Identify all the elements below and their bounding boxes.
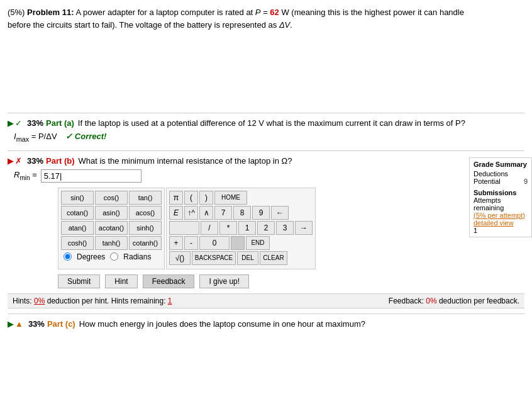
left-arrow-button[interactable]: ←	[271, 206, 289, 220]
minus-button[interactable]: -	[184, 236, 198, 250]
rmin-row: Rmin =	[14, 169, 524, 183]
radians-label: Radians	[123, 252, 151, 261]
part-a-label: Part (a)	[46, 118, 74, 128]
problem-label: Problem 11:	[27, 8, 74, 17]
part-b-label: Part (b)	[46, 156, 75, 166]
calc-row-degrees: Degrees Radians	[61, 251, 162, 261]
two-button[interactable]: 2	[257, 221, 275, 235]
correct-label: ✓ Correct!	[65, 132, 106, 141]
imax-eq: = P/ΔV	[31, 132, 57, 141]
grade-title: Grade Summary	[474, 161, 528, 168]
numpad-row-1: π ( ) HOME	[169, 191, 313, 205]
calculator-area: sin() cos() tan() cotan() asin() acos() …	[58, 188, 316, 269]
part-b-percent: 33%	[27, 156, 43, 166]
three-button[interactable]: 3	[276, 221, 294, 235]
radians-radio[interactable]	[110, 252, 118, 261]
action-buttons: Submit Hint Feedback I give up!	[58, 274, 524, 288]
part-c-question: How much energy in joules does the lapto…	[79, 319, 365, 329]
asin-button[interactable]: asin()	[95, 206, 128, 220]
detail-view-link[interactable]: detailed view	[474, 219, 514, 227]
one-button[interactable]: 1	[238, 221, 256, 235]
cotanh-button[interactable]: cotanh()	[129, 236, 162, 250]
clear-button[interactable]: CLEAR	[260, 251, 287, 265]
hint-button[interactable]: Hint	[105, 274, 137, 288]
hints-bar: Hints: 0% deduction per hint. Hints rema…	[8, 293, 524, 308]
part-a-percent: 33%	[27, 118, 43, 128]
right-arrow-button[interactable]: →	[295, 221, 313, 235]
hints-prefix: Hints:	[13, 297, 32, 305]
arrow-icon: ▶	[8, 118, 14, 128]
feedback-pct: 0%	[426, 297, 436, 305]
acos-button[interactable]: acos()	[129, 206, 162, 220]
problem-desc1: A power adapter for a laptop computer is…	[75, 8, 270, 17]
numpad-row-4: + - 0 END	[169, 236, 313, 250]
part-a-section: ▶ ✓ 33% Part (a) If the laptop is used a…	[8, 113, 524, 143]
pi-button[interactable]: π	[169, 191, 183, 205]
grade-summary: Grade Summary Deductions Potential 9 Sub…	[469, 157, 532, 237]
part-c-percent: 33%	[28, 319, 45, 329]
part-b-section: ▶ ✗ 33% Part (b) What is the minimum int…	[8, 150, 524, 288]
feedback-button[interactable]: Feedback	[143, 274, 195, 288]
cos-button[interactable]: cos()	[95, 191, 128, 205]
end-button[interactable]: END	[246, 236, 270, 250]
divide-button[interactable]: /	[201, 221, 218, 235]
hints-pct[interactable]: 0%	[34, 297, 45, 305]
sub-number: 1	[474, 227, 528, 234]
hints-left: Hints: 0% deduction per hint. Hints rema…	[13, 297, 172, 305]
tan-button[interactable]: tan()	[129, 191, 162, 205]
sin-button[interactable]: sin()	[61, 191, 94, 205]
calc-row-4: cosh() tanh() cotanh()	[61, 236, 162, 250]
superscript-button[interactable]: ∧	[199, 206, 213, 220]
problem-desc2: before the circuits start to fail). The …	[8, 20, 292, 30]
decimal-button[interactable]	[231, 236, 245, 250]
problem-statement: (5%) Problem 11: A power adapter for a l…	[8, 6, 524, 31]
part-c-row: ▶ ▲ 33% Part (c) How much energy in joul…	[8, 319, 524, 329]
imax-sub: max	[16, 135, 29, 143]
sinh-button[interactable]: sinh()	[129, 221, 162, 235]
feedback-prefix: Feedback:	[389, 297, 424, 305]
imax-answer: Imax = P/ΔV ✓ Correct!	[14, 132, 524, 143]
tanh-button[interactable]: tanh()	[95, 236, 128, 250]
blank-button[interactable]	[169, 221, 199, 235]
part-a-row: ▶ ✓ 33% Part (a) If the laptop is used a…	[8, 118, 524, 128]
pct-attempt-link[interactable]: (5% per attempt)	[474, 212, 525, 219]
sqrt-button[interactable]: √()	[169, 251, 191, 265]
up-arrow-button[interactable]: ↑^	[184, 206, 198, 220]
deductions-label: Deductions	[474, 170, 508, 178]
check-icon: ✓	[15, 118, 22, 128]
home-button[interactable]: HOME	[214, 191, 247, 205]
seven-button[interactable]: 7	[214, 206, 232, 220]
spacer	[8, 37, 524, 113]
zero-button[interactable]: 0	[199, 236, 230, 250]
part-c-label: Part (c)	[47, 319, 75, 329]
eight-button[interactable]: 8	[233, 206, 251, 220]
calc-row-1: sin() cos() tan()	[61, 191, 162, 205]
degrees-radio[interactable]	[64, 252, 72, 261]
part-b-row: ▶ ✗ 33% Part (b) What is the minimum int…	[8, 156, 524, 166]
close-paren-button[interactable]: )	[199, 191, 213, 205]
part-b-question: What is the minimum internal resistance …	[79, 156, 292, 166]
hints-remaining[interactable]: 1	[168, 297, 172, 305]
cotan-button[interactable]: cotan()	[61, 206, 94, 220]
calc-row-2: cotan() asin() acos()	[61, 206, 162, 220]
rmin-input[interactable]	[41, 169, 141, 183]
e-button[interactable]: E	[169, 206, 183, 220]
plus-button[interactable]: +	[169, 236, 183, 250]
backspace-button[interactable]: BACKSPACE	[192, 251, 236, 265]
part-a-icons: ▶ ✓	[8, 118, 22, 128]
calc-row-3: atan() acotan() sinh()	[61, 221, 162, 235]
del-button[interactable]: DEL	[237, 251, 258, 265]
igiveup-button[interactable]: I give up!	[199, 274, 249, 288]
atan-button[interactable]: atan()	[61, 221, 94, 235]
submissions-title: Submissions	[474, 189, 528, 196]
acotan-button[interactable]: acotan()	[95, 221, 128, 235]
cosh-button[interactable]: cosh()	[61, 236, 94, 250]
nine-button[interactable]: 9	[252, 206, 270, 220]
power-value: 62	[270, 8, 279, 17]
multiply-button[interactable]: *	[219, 221, 237, 235]
numpad-row-2: E ↑^ ∧ 7 8 9 ←	[169, 206, 313, 220]
numpad-row-5: √() BACKSPACE DEL CLEAR	[169, 251, 313, 265]
submit-button[interactable]: Submit	[58, 274, 100, 288]
open-paren-button[interactable]: (	[184, 191, 198, 205]
feedback-text: deduction per feedback.	[439, 297, 519, 305]
